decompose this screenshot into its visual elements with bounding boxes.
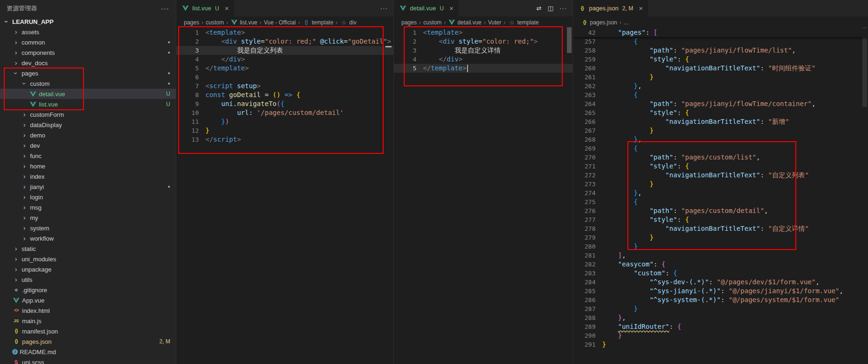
code-line[interactable]: 279 } [573, 233, 868, 242]
code-line[interactable]: 281 ], [573, 251, 868, 260]
breadcrumb-item-pages.json[interactable]: {}pages.json [581, 19, 617, 26]
tree-item-index[interactable]: ›index [0, 171, 176, 182]
code-line[interactable]: 10 url: '/pages/custom/detail' [176, 108, 393, 117]
code-line[interactable]: 263 { [573, 91, 868, 99]
code-line[interactable]: 259 "style": { [573, 55, 868, 64]
code-line[interactable]: 286 "^sys-system-(.*)": "@/pages/system/… [573, 296, 868, 304]
tree-item-dataDisplay[interactable]: ›dataDisplay [0, 120, 176, 130]
tree-item-components[interactable]: ›components● [0, 47, 176, 58]
code-line[interactable]: 9 uni.navigateTo({ [176, 99, 393, 108]
tree-item-assets[interactable]: ›assets [0, 27, 176, 37]
code-line[interactable]: 284 "^sys-dev-(.*)": "@/pages/dev/$1/for… [573, 278, 868, 287]
close-icon[interactable]: × [639, 4, 643, 12]
tree-item-demo[interactable]: ›demo [0, 130, 176, 140]
tree-item-static[interactable]: ›static [0, 243, 176, 254]
tree-item-login[interactable]: ›login [0, 192, 176, 202]
breadcrumb-item-custom[interactable]: custom [423, 19, 442, 26]
tree-item-.gitignore[interactable]: ◆.gitignore [0, 285, 176, 295]
code-line[interactable]: 285 "^sys-jianyi-(.*)": "@/pages/jianyi/… [573, 287, 868, 296]
more-actions-icon[interactable]: ··· [559, 5, 567, 12]
tree-root-learun-app[interactable]: › LEARUN_APP [0, 16, 176, 27]
code-line[interactable]: 4 </div> [176, 55, 393, 64]
code-line[interactable]: 271 "style": { [573, 162, 868, 171]
code-line[interactable]: 265 "style": { [573, 108, 868, 117]
tree-item-pages[interactable]: ›pages● [0, 68, 176, 78]
tree-item-App.vue[interactable]: App.vue [0, 295, 176, 305]
tree-item-home[interactable]: ›home [0, 161, 176, 171]
code-line[interactable]: 287 } [573, 304, 868, 313]
code-line[interactable]: 277 "style": { [573, 215, 868, 224]
tab-detail.vue[interactable]: detail.vueU× [394, 0, 459, 16]
code-line[interactable]: 270 "path": "pages/custom/list", [573, 153, 868, 162]
split-editor-icon[interactable]: ◫ [548, 5, 554, 12]
tree-item-system[interactable]: ›system [0, 223, 176, 233]
code-line[interactable]: 258 "path": "pages/jianyi/flowTime/list"… [573, 46, 868, 55]
tree-item-index.html[interactable]: <>index.html [0, 305, 176, 316]
tree-item-main.js[interactable]: JSmain.js [0, 316, 176, 326]
code-line[interactable]: 275 { [573, 197, 868, 206]
close-icon[interactable]: × [449, 4, 453, 12]
sticky-scroll-line[interactable]: 42 "pages": [ [573, 28, 868, 37]
tree-item-func[interactable]: ›func [0, 151, 176, 161]
code-line[interactable]: 273 } [573, 180, 868, 189]
code-line[interactable]: 278 "navigationBarTitleText": "自定义详情" [573, 224, 868, 233]
code-line[interactable]: 7<script setup> [176, 82, 393, 91]
tree-item-my[interactable]: ›my [0, 212, 176, 223]
code-line[interactable]: 4 </div> [394, 55, 573, 64]
code-line[interactable]: 5</template> [394, 64, 573, 73]
code-line[interactable]: 257 { [573, 37, 868, 46]
code-line[interactable]: 5</template> [176, 64, 393, 73]
code-line[interactable]: 266 "navigationBarTitleText": "新增" [573, 117, 868, 126]
code-line[interactable]: 269 { [573, 144, 868, 153]
code-line[interactable]: 1<template> [394, 28, 573, 37]
breadcrumb-item-template[interactable]: {}template [302, 19, 333, 26]
breadcrumb-item-pages[interactable]: pages [401, 19, 417, 26]
code-line[interactable]: 3 我是自定义详情 [394, 46, 573, 55]
breadcrumb-item-list.vue[interactable]: list.vue [230, 19, 257, 26]
tree-item-workflow[interactable]: ›workflow [0, 233, 176, 243]
tree-item-list.vue[interactable]: list.vueU [0, 99, 176, 109]
more-actions-icon[interactable]: ··· [380, 5, 388, 12]
code-line[interactable]: 8const goDetail = () => { [176, 91, 393, 99]
code-line[interactable]: 282 "easycom": { [573, 260, 868, 269]
code-area[interactable]: 42 "pages": [257 {258 "path": "pages/jia… [573, 28, 868, 364]
code-line[interactable]: 260 "navigationBarTitleText": "时间组件验证" [573, 64, 868, 73]
tree-item-uni_modules[interactable]: ›uni_modules [0, 254, 176, 264]
tree-item-common[interactable]: ›common● [0, 37, 176, 47]
breadcrumb-item-template[interactable]: ◇template [508, 19, 539, 26]
code-line[interactable]: 2 <div style="color: red;" @click="goDet… [176, 37, 393, 46]
tree-item-msg[interactable]: ›msg [0, 202, 176, 212]
code-line[interactable]: 272 "navigationBarTitleText": "自定义列表" [573, 171, 868, 180]
code-line[interactable]: 3 我是自定义列表 [176, 46, 393, 55]
tab-pages.json[interactable]: {}pages.json2, M× [573, 0, 648, 16]
code-line[interactable]: 267 } [573, 126, 868, 135]
code-line[interactable]: 11 }) [176, 117, 393, 126]
code-line[interactable]: 268 }, [573, 135, 868, 144]
breadcrumb-item-detail.vue[interactable]: detail.vue [448, 19, 481, 26]
tab-list.vue[interactable]: list.vueU× [176, 0, 234, 16]
tree-item-detail.vue[interactable]: detail.vueU [0, 89, 176, 99]
tree-item-dev[interactable]: ›dev [0, 140, 176, 151]
tree-item-unpackage[interactable]: ›unpackage [0, 264, 176, 274]
breadcrumb-item-div[interactable]: ◇div [340, 19, 356, 26]
code-line[interactable]: 291} [573, 340, 868, 349]
code-line[interactable]: 6 [176, 73, 393, 82]
code-line[interactable]: 276 "path": "pages/custom/detail", [573, 206, 868, 215]
tree-item-jianyi[interactable]: ›jianyi● [0, 182, 176, 192]
tree-item-pages.json[interactable]: {}pages.json2, M [0, 336, 176, 347]
close-icon[interactable]: × [225, 4, 229, 12]
tree-item-uni.scss[interactable]: Suni.scss [0, 357, 176, 364]
tree-item-customForm[interactable]: ›customForm [0, 109, 176, 120]
tree-item-README.md[interactable]: iREADME.md [0, 347, 176, 357]
scrollbar-thumb[interactable] [862, 27, 867, 107]
breadcrumb-item-pages[interactable]: pages [184, 19, 199, 26]
code-line[interactable]: 1<template> [176, 28, 393, 37]
code-line[interactable]: 288 }, [573, 313, 868, 322]
code-line[interactable]: 12} [176, 126, 393, 135]
code-line[interactable]: 261 } [573, 73, 868, 82]
code-line[interactable]: 290 } [573, 331, 868, 340]
code-area[interactable]: 1<template>2 <div style="color: red;" @c… [176, 28, 393, 364]
breadcrumb-item-...[interactable]: ... [624, 19, 628, 26]
code-line[interactable]: 264 "path": "pages/jianyi/flowTime/conta… [573, 99, 868, 108]
code-line[interactable]: 262 }, [573, 82, 868, 91]
